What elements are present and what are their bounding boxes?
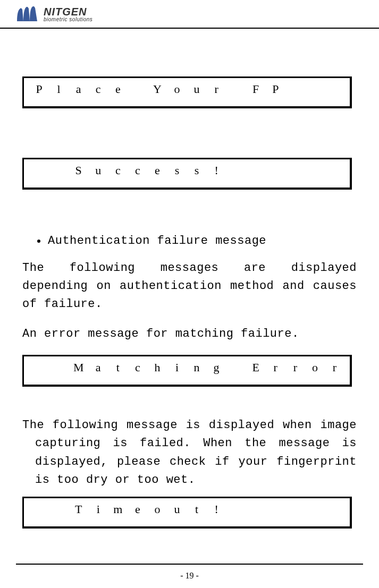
lcd-cell xyxy=(285,82,305,96)
lcd-cell xyxy=(325,164,344,177)
lcd-cell: ! xyxy=(207,164,226,177)
lcd-cell: o xyxy=(305,361,325,374)
lcd-cell: s xyxy=(187,164,207,177)
page-header: NITGEN biometric solutions xyxy=(0,0,379,29)
lcd-cell xyxy=(246,164,266,177)
footer-rule xyxy=(16,564,363,565)
lcd-cell: Y xyxy=(147,82,167,96)
lcd-cell xyxy=(325,82,344,96)
lcd-cell xyxy=(285,164,305,177)
logo-text: NITGEN biometric solutions xyxy=(44,6,92,22)
lcd-matching-error: M a t c h i n g E r r o r xyxy=(22,355,352,387)
paragraph-matching-intro: An error message for matching failure. xyxy=(22,325,357,343)
lcd-cell xyxy=(49,361,69,374)
logo-icon xyxy=(16,5,38,23)
lcd-cell: r xyxy=(325,361,344,374)
lcd-row: S u c c e s s ! xyxy=(29,164,344,177)
lcd-cell xyxy=(49,502,69,516)
lcd-cell: t xyxy=(108,361,128,374)
lcd-cell xyxy=(226,82,246,96)
paragraph-auth-intro: The following messages are displayed dep… xyxy=(22,259,357,313)
lcd-cell: c xyxy=(128,164,147,177)
lcd-cell: e xyxy=(128,502,147,516)
lcd-cell: n xyxy=(187,361,207,374)
bullet-text: Authentication failure message xyxy=(48,234,266,248)
lcd-cell: u xyxy=(167,502,187,516)
lcd-cell: r xyxy=(285,361,305,374)
lcd-cell: h xyxy=(147,361,167,374)
lcd-cell xyxy=(305,82,325,96)
lcd-row: P l a c e Y o u r F P xyxy=(29,82,344,96)
lcd-cell: T xyxy=(69,502,88,516)
lcd-cell xyxy=(226,361,246,374)
lcd-cell: m xyxy=(108,502,128,516)
lcd-cell xyxy=(226,502,246,516)
lcd-cell xyxy=(29,164,49,177)
lcd-timeout: T i m e o u t ! xyxy=(22,497,352,529)
lcd-cell xyxy=(305,502,325,516)
lcd-cell xyxy=(266,164,285,177)
brand-tagline: biometric solutions xyxy=(44,17,92,22)
lcd-cell xyxy=(49,164,69,177)
lcd-cell: i xyxy=(167,361,187,374)
lcd-cell: o xyxy=(147,502,167,516)
lcd-cell: e xyxy=(108,82,128,96)
lcd-cell: s xyxy=(167,164,187,177)
lcd-cell: u xyxy=(187,82,207,96)
lcd-cell xyxy=(285,502,305,516)
lcd-cell: o xyxy=(167,82,187,96)
lcd-cell: t xyxy=(187,502,207,516)
lcd-cell: i xyxy=(88,502,108,516)
lcd-place-your-fp: P l a c e Y o u r F P xyxy=(22,76,352,108)
lcd-cell: c xyxy=(108,164,128,177)
lcd-cell: E xyxy=(246,361,266,374)
lcd-cell xyxy=(29,361,49,374)
bullet-icon xyxy=(37,240,40,243)
lcd-cell: r xyxy=(266,361,285,374)
lcd-cell xyxy=(128,82,147,96)
lcd-cell: c xyxy=(128,361,147,374)
lcd-cell xyxy=(266,502,285,516)
bullet-auth-failure: Authentication failure message xyxy=(37,234,357,248)
lcd-cell xyxy=(226,164,246,177)
lcd-cell: e xyxy=(147,164,167,177)
lcd-cell: c xyxy=(88,82,108,96)
paragraph-timeout-intro: The following message is displayed when … xyxy=(22,416,357,489)
lcd-cell xyxy=(305,164,325,177)
lcd-cell: F xyxy=(246,82,266,96)
lcd-cell xyxy=(246,502,266,516)
lcd-cell: P xyxy=(266,82,285,96)
page-content: P l a c e Y o u r F P S u c c e s xyxy=(0,29,379,529)
lcd-cell: r xyxy=(207,82,226,96)
lcd-row: T i m e o u t ! xyxy=(29,502,344,516)
lcd-row: M a t c h i n g E r r o r xyxy=(29,361,344,374)
lcd-success: S u c c e s s ! xyxy=(22,158,352,190)
lcd-cell: S xyxy=(69,164,88,177)
lcd-cell: a xyxy=(88,361,108,374)
lcd-cell: u xyxy=(88,164,108,177)
lcd-cell xyxy=(325,502,344,516)
lcd-cell: P xyxy=(29,82,49,96)
lcd-cell xyxy=(29,502,49,516)
lcd-cell: ! xyxy=(207,502,226,516)
lcd-cell: g xyxy=(207,361,226,374)
page-number: - 19 - xyxy=(0,571,379,581)
lcd-cell: l xyxy=(49,82,69,96)
lcd-cell: M xyxy=(69,361,88,374)
lcd-cell: a xyxy=(69,82,88,96)
brand-name: NITGEN xyxy=(44,6,92,17)
